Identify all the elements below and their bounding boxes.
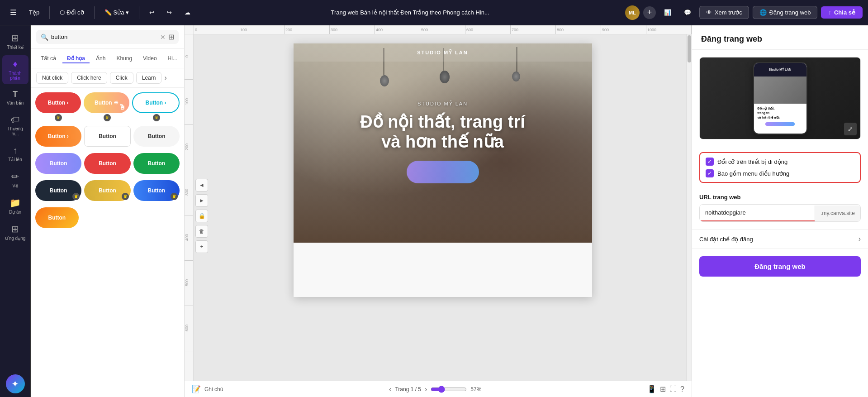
sidebar-item-draw-label: Vẽ xyxy=(12,183,18,188)
button-sample-gold[interactable]: Button ♛ xyxy=(84,180,130,201)
button-sample-yellow-cursor[interactable]: Button ☀ 🖱 xyxy=(84,92,129,113)
share-button[interactable]: ↑ Chia sẻ xyxy=(821,6,863,19)
button-sample-white-pill[interactable]: Button xyxy=(133,126,180,147)
btn-tag-nut-click[interactable]: Nút click xyxy=(36,72,68,84)
comments-button[interactable]: 💬 xyxy=(679,6,696,19)
notes-button[interactable]: 📝 xyxy=(192,385,201,393)
button-sample-dark-pill[interactable]: Button ♛ xyxy=(35,180,81,201)
btn-tag-learn[interactable]: Learn xyxy=(136,72,162,84)
add-collaborator-button[interactable]: + xyxy=(643,6,656,19)
btn-tag-click-here[interactable]: Click here xyxy=(71,72,107,84)
undo-button[interactable]: ↩ xyxy=(145,6,159,19)
edit-button[interactable]: ✏️ Sửa ▾ xyxy=(100,6,134,19)
canvas-scrollbar[interactable] xyxy=(686,34,692,381)
btn-tag-click[interactable]: Click xyxy=(110,72,133,84)
sidebar-item-design[interactable]: ⊞ Thiết kế xyxy=(2,29,28,53)
publish-button[interactable]: 🌐 Đăng trang web xyxy=(753,6,818,19)
tag-frames[interactable]: Khung xyxy=(112,53,137,63)
document-title: Trang web Bán lẻ nội thất Đen Trắng theo… xyxy=(199,9,621,16)
url-suffix: .my.canva.site xyxy=(815,206,860,221)
expand-preview-button[interactable]: ⤢ xyxy=(844,123,857,135)
brand-icon: 🏷 xyxy=(11,115,20,125)
fullscreen-button[interactable]: ⛶ xyxy=(669,385,677,393)
page-area[interactable]: STUDIO MỸ LAN xyxy=(194,34,692,397)
help-button[interactable]: ? xyxy=(680,385,684,393)
publish-action-button[interactable]: Đăng trang web xyxy=(699,256,861,277)
preview-label: Xem trước xyxy=(715,9,742,16)
search-input[interactable] xyxy=(51,33,157,40)
tag-more[interactable]: Hi... xyxy=(163,53,182,63)
stats-button[interactable]: 📊 xyxy=(659,6,676,19)
redo-button[interactable]: ↪ xyxy=(162,6,176,19)
nav-option-label[interactable]: Bao gồm menu điều hướng xyxy=(717,170,789,177)
buttons-row-3: Button Button Button xyxy=(35,153,180,174)
hero-cta-button[interactable] xyxy=(407,161,479,183)
main-layout: ⊞ Thiết kế ♦ Thành phần T Văn bản 🏷 Thươ… xyxy=(0,25,868,397)
tag-photos[interactable]: Ảnh xyxy=(91,53,110,63)
button-sample-green-pill[interactable]: Button xyxy=(133,153,180,174)
button-sample-red-pill[interactable]: Button xyxy=(84,153,130,174)
ruler-left-mark-300: 300 xyxy=(185,170,194,215)
button-sample-purple-pill[interactable]: Button xyxy=(35,153,81,174)
sidebar-item-draw[interactable]: ✏ Vẽ xyxy=(2,167,28,192)
sidebar-item-apps[interactable]: ⊞ Ứng dụng xyxy=(2,220,28,244)
resize-checkbox[interactable]: ✓ xyxy=(706,158,714,166)
nav-checkbox[interactable]: ✓ xyxy=(706,169,714,177)
draw-icon: ✏ xyxy=(11,171,19,182)
sidebar-item-design-label: Thiết kế xyxy=(7,45,23,50)
filter-button[interactable]: ⊞ xyxy=(168,33,174,41)
button-sample-blue-gradient[interactable]: Button ♛ xyxy=(133,180,180,201)
zoom-level: 57% xyxy=(470,386,481,392)
resize-option-label[interactable]: Đổi cỡ trên thiết bị di động xyxy=(717,158,787,165)
avatar[interactable]: ML xyxy=(625,5,640,20)
ai-button[interactable]: ✦ xyxy=(6,374,25,393)
button-sample-white-flat[interactable]: Button xyxy=(84,126,131,147)
zoom-slider[interactable] xyxy=(431,386,467,393)
comments-icon: 💬 xyxy=(684,9,691,16)
ruler-mark-100: 100 xyxy=(239,25,284,34)
btn-tags-more-button[interactable]: › xyxy=(164,74,166,82)
buttons-row-2: Button › Button Button xyxy=(35,126,180,147)
page-canvas[interactable]: STUDIO MỸ LAN xyxy=(294,43,592,297)
url-input[interactable] xyxy=(700,205,815,221)
sidebar-item-text[interactable]: T Văn bản xyxy=(2,86,28,109)
tags-more-button[interactable]: › xyxy=(184,53,184,64)
section-below-hero xyxy=(294,243,592,297)
tag-graphics[interactable]: Đồ họa xyxy=(62,53,90,63)
tag-video[interactable]: Video xyxy=(138,53,161,63)
sidebar-item-projects[interactable]: 📁 Dự án xyxy=(2,194,28,218)
ruler-mark-1100: 1100 xyxy=(691,25,692,34)
grid-view-button[interactable]: ⊞ xyxy=(660,385,666,393)
prev-page-button[interactable]: ‹ xyxy=(389,385,391,393)
button-sample-cyan-outline[interactable]: Button › xyxy=(132,92,180,113)
options-red-box: ✓ Đổi cỡ trên thiết bị di động ✓ Bao gồm… xyxy=(699,152,861,183)
next-page-button[interactable]: › xyxy=(425,385,427,393)
button-sample-orange-small[interactable]: Button xyxy=(35,207,79,228)
elements-icon: ♦ xyxy=(13,59,17,69)
publish-globe-icon: 🌐 xyxy=(759,9,767,16)
button-sample-red-arrow[interactable]: Button › xyxy=(35,92,81,113)
sidebar-item-upload[interactable]: ↑ Tải lên xyxy=(2,142,28,166)
menu-button[interactable]: ☰ xyxy=(5,5,21,19)
preview-button[interactable]: 👁 Xem trước xyxy=(699,6,749,19)
sidebar-item-brand[interactable]: 🏷 Thương hi... xyxy=(2,111,28,140)
edit-icon: ✏️ xyxy=(104,9,112,16)
buttons-row-5: Button xyxy=(35,207,180,228)
scrollbar-thumb[interactable] xyxy=(688,35,691,62)
category-tags-bar: Tất cả Đồ họa Ảnh Khung Video Hi... › xyxy=(31,49,184,68)
button-sample-orange-arrow[interactable]: Button › xyxy=(35,126,81,147)
cloud-sync-button[interactable]: ☁ xyxy=(180,6,195,19)
ruler-mark-600: 600 xyxy=(465,25,510,34)
stats-icon: 📊 xyxy=(664,9,671,16)
hero-text-area: STUDIO MỸ LAN Đồ nội thất, trang trí và … xyxy=(360,101,525,185)
hero-image[interactable]: STUDIO MỸ LAN Đồ nội thất, trang trí và … xyxy=(294,43,592,243)
ruler-top: 0 100 200 300 400 500 600 700 800 900 10… xyxy=(185,25,692,34)
website-preview-card: Studio MỸ LAN Đồ nội thất,trang trívà hơ… xyxy=(699,57,861,139)
clear-search-button[interactable]: ✕ xyxy=(160,33,166,41)
resize-button[interactable]: ⬡ Đổi cỡ xyxy=(55,6,88,19)
sidebar-item-elements[interactable]: ♦ Thành phần xyxy=(2,55,28,84)
file-button[interactable]: Tệp xyxy=(24,6,44,19)
mobile-view-button[interactable]: 📱 xyxy=(647,385,656,393)
publish-settings-row[interactable]: Cài đặt chế độ đăng › xyxy=(692,229,868,249)
tag-all[interactable]: Tất cả xyxy=(36,53,61,63)
